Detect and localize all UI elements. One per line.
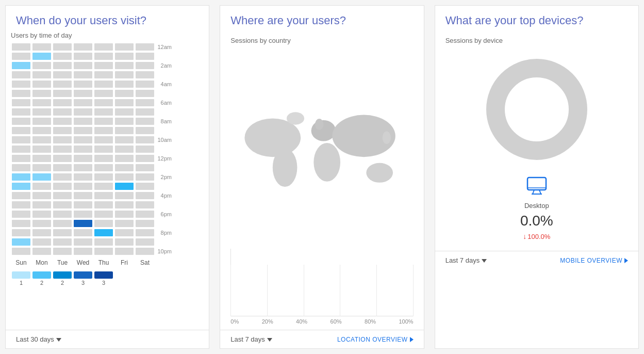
panel1-chevron-down-icon [56, 335, 61, 343]
panel-where: Where are your users? Sessions by countr… [220, 5, 424, 349]
panel2-location-overview-link[interactable]: LOCATION OVERVIEW [337, 336, 414, 343]
cell-22-5 [115, 248, 134, 255]
cell-17-3 [74, 201, 92, 208]
legend-1 [12, 271, 30, 279]
cell-8-4 [94, 118, 113, 125]
cell-21-2 [53, 238, 72, 246]
cell-1-3 [74, 53, 92, 60]
cell-5-0 [12, 90, 30, 97]
cell-10-1 [32, 136, 51, 143]
bar-axis: 0% 20% 40% 60% 80% 100% [230, 316, 413, 325]
cell-2-5 [115, 62, 134, 69]
cell-14-5 [115, 173, 134, 181]
heatmap-row-13 [11, 163, 204, 172]
cell-12-5 [115, 155, 134, 162]
day-label-fri: Fri [115, 259, 134, 266]
panel2-period-selector[interactable]: Last 7 days [230, 335, 272, 343]
cell-1-4 [94, 53, 113, 60]
cell-18-4 [94, 211, 113, 218]
cell-18-1 [32, 211, 51, 218]
panel3-period-selector[interactable]: Last 7 days [445, 256, 487, 264]
time-label-8: 8am [155, 118, 174, 124]
cell-6-3 [74, 99, 92, 106]
panel2-footer-link-label: LOCATION OVERVIEW [337, 336, 408, 343]
cell-7-4 [94, 108, 113, 116]
panel1-period-selector[interactable]: Last 30 days [16, 335, 61, 343]
heatmap-row-4: 4am [11, 79, 204, 89]
device-change-text: 100.0% [527, 233, 550, 240]
cell-9-1 [32, 127, 51, 134]
cell-2-1 [32, 62, 51, 69]
map-container [220, 47, 423, 249]
donut-section [435, 47, 638, 171]
horizontal-bars [230, 249, 413, 316]
cell-6-1 [32, 99, 51, 106]
cell-4-2 [53, 81, 72, 88]
donut-chart-svg [485, 58, 588, 161]
cell-6-0 [12, 99, 30, 106]
cell-2-0 [12, 62, 30, 69]
panel2-period-label: Last 7 days [230, 335, 265, 343]
day-label-sat: Sat [136, 259, 154, 266]
day-label-thu: Thu [94, 259, 113, 266]
cell-14-0 [12, 173, 30, 181]
cell-0-4 [94, 43, 113, 51]
cell-21-6 [136, 238, 154, 246]
cell-0-0 [12, 43, 30, 51]
cell-13-0 [12, 164, 30, 171]
cell-20-2 [53, 229, 72, 236]
cell-16-6 [136, 192, 154, 199]
page-container: When do your users visit? Users by time … [0, 0, 644, 354]
cell-18-6 [136, 211, 154, 218]
cell-19-1 [32, 220, 51, 227]
cell-16-5 [115, 192, 134, 199]
bar-chart-section: 0% 20% 40% 60% 80% 100% [220, 249, 423, 330]
cell-0-3 [74, 43, 92, 51]
cell-19-2 [53, 220, 72, 227]
cell-5-2 [53, 90, 72, 97]
panel3-mobile-overview-link[interactable]: MOBILE OVERVIEW [560, 257, 628, 264]
cell-9-2 [53, 127, 72, 134]
heatmap-row-2: 2am [11, 61, 204, 70]
cell-20-5 [115, 229, 134, 236]
cell-19-5 [115, 220, 134, 227]
cell-12-3 [74, 155, 92, 162]
cell-12-2 [53, 155, 72, 162]
panel2-footer: Last 7 days LOCATION OVERVIEW [220, 330, 423, 348]
legend-num-3: 2 [53, 280, 72, 286]
cell-18-3 [74, 211, 92, 218]
heatmap-row-15 [11, 182, 204, 191]
panel1-period-label: Last 30 days [16, 335, 54, 343]
cell-15-5 [115, 183, 134, 190]
cell-13-2 [53, 164, 72, 171]
cell-4-1 [32, 81, 51, 88]
cell-22-4 [94, 248, 113, 255]
heatmap-row-5 [11, 89, 204, 98]
spacer [155, 259, 174, 266]
panel1-footer: Last 30 days [6, 330, 209, 348]
panel-devices: What are your top devices? Sessions by d… [435, 5, 639, 349]
cell-14-2 [53, 173, 72, 181]
cell-6-4 [94, 99, 113, 106]
svg-point-9 [496, 68, 578, 151]
axis-label-80: 80% [365, 318, 376, 325]
legend-num-5: 3 [94, 280, 113, 286]
time-label-14: 2pm [155, 174, 174, 180]
cell-14-6 [136, 173, 154, 181]
time-label-0: 12am [155, 44, 174, 50]
cell-10-3 [74, 136, 92, 143]
heatmap-grid-container: 12am [11, 42, 204, 286]
legend-num-4: 3 [74, 280, 92, 286]
cell-5-4 [94, 90, 113, 97]
time-label-20: 8pm [155, 230, 174, 236]
cell-10-6 [136, 136, 154, 143]
svg-point-2 [311, 120, 336, 141]
cell-21-5 [115, 238, 134, 246]
cell-13-5 [115, 164, 134, 171]
cell-10-0 [12, 136, 30, 143]
cell-9-3 [74, 127, 92, 134]
cell-4-5 [115, 81, 134, 88]
legend-3 [53, 271, 72, 279]
svg-point-3 [314, 143, 341, 182]
cell-3-3 [74, 71, 92, 78]
